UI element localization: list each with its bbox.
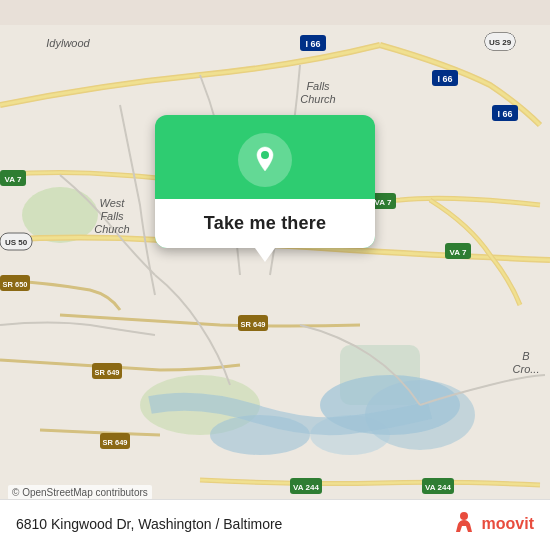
svg-text:West: West xyxy=(100,197,126,209)
svg-text:SR 650: SR 650 xyxy=(2,280,27,289)
svg-text:VA 7: VA 7 xyxy=(375,198,392,207)
svg-text:Falls: Falls xyxy=(100,210,124,222)
svg-text:Church: Church xyxy=(300,93,335,105)
svg-text:US 29: US 29 xyxy=(489,38,512,47)
address-text: 6810 Kingwood Dr, Washington / Baltimore xyxy=(16,516,282,532)
svg-point-46 xyxy=(460,512,468,520)
moovit-logo: moovit xyxy=(450,510,534,538)
map-attribution: © OpenStreetMap contributors xyxy=(8,485,152,500)
svg-point-45 xyxy=(261,151,269,159)
svg-text:I 66: I 66 xyxy=(497,109,512,119)
svg-text:B: B xyxy=(522,350,529,362)
svg-text:SR 649: SR 649 xyxy=(240,320,265,329)
popup-icon-area xyxy=(155,115,375,199)
bottom-bar: 6810 Kingwood Dr, Washington / Baltimore… xyxy=(0,499,550,550)
svg-text:VA 244: VA 244 xyxy=(425,483,451,492)
svg-text:SR 649: SR 649 xyxy=(102,438,127,447)
take-me-there-button[interactable]: Take me there xyxy=(155,199,375,248)
svg-text:Church: Church xyxy=(94,223,129,235)
svg-text:Cro...: Cro... xyxy=(513,363,540,375)
map-container: I 66 US 29 I 66 I 66 VA 7 VA 7 VA 7 US 5… xyxy=(0,0,550,550)
svg-text:VA 7: VA 7 xyxy=(5,175,22,184)
svg-text:VA 244: VA 244 xyxy=(293,483,319,492)
popup-tail xyxy=(255,248,275,262)
svg-text:I 66: I 66 xyxy=(437,74,452,84)
popup-card: Take me there xyxy=(155,115,375,248)
location-pin-circle xyxy=(238,133,292,187)
svg-text:US 50: US 50 xyxy=(5,238,28,247)
svg-text:Idylwood: Idylwood xyxy=(46,37,90,49)
location-pin-icon xyxy=(250,145,280,175)
moovit-icon xyxy=(450,510,478,538)
svg-text:Falls: Falls xyxy=(306,80,330,92)
svg-text:I 66: I 66 xyxy=(305,39,320,49)
svg-text:VA 7: VA 7 xyxy=(450,248,467,257)
svg-text:SR 649: SR 649 xyxy=(94,368,119,377)
map-background: I 66 US 29 I 66 I 66 VA 7 VA 7 VA 7 US 5… xyxy=(0,0,550,550)
moovit-label: moovit xyxy=(482,515,534,533)
